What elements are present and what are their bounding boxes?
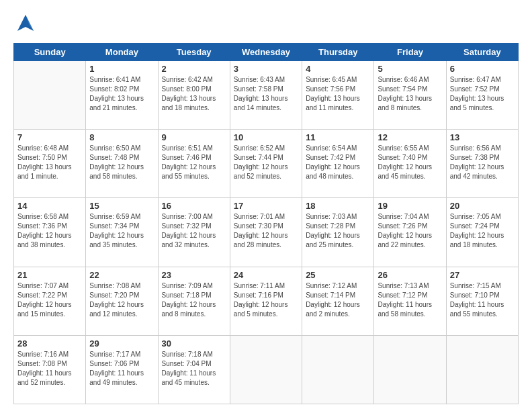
calendar-cell: 1Sunrise: 6:41 AM Sunset: 8:02 PM Daylig…	[86, 61, 158, 130]
calendar-cell: 30Sunrise: 7:18 AM Sunset: 7:04 PM Dayli…	[158, 335, 230, 404]
week-row-3: 21Sunrise: 7:07 AM Sunset: 7:22 PM Dayli…	[14, 267, 519, 335]
calendar-cell: 8Sunrise: 6:50 AM Sunset: 7:48 PM Daylig…	[86, 130, 158, 198]
day-number: 12	[378, 132, 442, 142]
calendar-cell: 21Sunrise: 7:07 AM Sunset: 7:22 PM Dayli…	[14, 267, 86, 335]
day-info: Sunrise: 7:12 AM Sunset: 7:14 PM Dayligh…	[306, 281, 370, 319]
weekday-header-saturday: Saturday	[446, 44, 518, 61]
day-number: 13	[450, 132, 515, 142]
day-number: 20	[450, 201, 515, 211]
day-number: 23	[162, 270, 226, 280]
week-row-4: 28Sunrise: 7:16 AM Sunset: 7:08 PM Dayli…	[14, 335, 519, 404]
day-info: Sunrise: 6:58 AM Sunset: 7:36 PM Dayligh…	[17, 212, 82, 250]
calendar-cell	[446, 335, 518, 404]
day-info: Sunrise: 6:48 AM Sunset: 7:50 PM Dayligh…	[17, 144, 82, 181]
day-number: 22	[89, 270, 154, 280]
calendar-cell: 5Sunrise: 6:46 AM Sunset: 7:54 PM Daylig…	[374, 61, 446, 130]
day-number: 16	[162, 201, 226, 211]
day-info: Sunrise: 7:01 AM Sunset: 7:30 PM Dayligh…	[234, 212, 298, 250]
day-number: 14	[17, 201, 82, 211]
calendar-table: SundayMondayTuesdayWednesdayThursdayFrid…	[13, 43, 519, 404]
day-info: Sunrise: 7:11 AM Sunset: 7:16 PM Dayligh…	[234, 281, 298, 319]
day-number: 18	[306, 201, 370, 211]
day-info: Sunrise: 6:59 AM Sunset: 7:34 PM Dayligh…	[89, 212, 154, 250]
calendar-cell: 10Sunrise: 6:52 AM Sunset: 7:44 PM Dayli…	[230, 130, 302, 198]
calendar-cell: 11Sunrise: 6:54 AM Sunset: 7:42 PM Dayli…	[302, 130, 374, 198]
calendar-cell: 6Sunrise: 6:47 AM Sunset: 7:52 PM Daylig…	[446, 61, 518, 130]
calendar-cell: 9Sunrise: 6:51 AM Sunset: 7:46 PM Daylig…	[158, 130, 230, 198]
calendar-cell: 19Sunrise: 7:04 AM Sunset: 7:26 PM Dayli…	[374, 198, 446, 267]
day-info: Sunrise: 6:55 AM Sunset: 7:40 PM Dayligh…	[378, 144, 442, 181]
day-info: Sunrise: 6:46 AM Sunset: 7:54 PM Dayligh…	[378, 75, 442, 113]
day-number: 6	[450, 64, 515, 74]
day-info: Sunrise: 7:17 AM Sunset: 7:06 PM Dayligh…	[89, 350, 154, 387]
day-number: 11	[306, 132, 370, 142]
calendar-cell: 13Sunrise: 6:56 AM Sunset: 7:38 PM Dayli…	[446, 130, 518, 198]
day-info: Sunrise: 6:45 AM Sunset: 7:56 PM Dayligh…	[306, 75, 370, 113]
day-number: 24	[234, 270, 298, 280]
calendar-cell: 2Sunrise: 6:42 AM Sunset: 8:00 PM Daylig…	[158, 61, 230, 130]
weekday-header-wednesday: Wednesday	[230, 44, 302, 61]
day-number: 27	[450, 270, 515, 280]
day-info: Sunrise: 7:13 AM Sunset: 7:12 PM Dayligh…	[378, 281, 442, 319]
day-number: 26	[378, 270, 442, 280]
weekday-header-friday: Friday	[374, 44, 446, 61]
day-number: 1	[89, 64, 154, 74]
calendar-cell: 4Sunrise: 6:45 AM Sunset: 7:56 PM Daylig…	[302, 61, 374, 130]
calendar-cell: 7Sunrise: 6:48 AM Sunset: 7:50 PM Daylig…	[14, 130, 86, 198]
header	[13, 12, 519, 36]
calendar-cell: 12Sunrise: 6:55 AM Sunset: 7:40 PM Dayli…	[374, 130, 446, 198]
calendar-cell: 22Sunrise: 7:08 AM Sunset: 7:20 PM Dayli…	[86, 267, 158, 335]
calendar-cell: 27Sunrise: 7:15 AM Sunset: 7:10 PM Dayli…	[446, 267, 518, 335]
week-row-2: 14Sunrise: 6:58 AM Sunset: 7:36 PM Dayli…	[14, 198, 519, 267]
calendar-cell: 20Sunrise: 7:05 AM Sunset: 7:24 PM Dayli…	[446, 198, 518, 267]
day-number: 30	[162, 338, 226, 349]
day-number: 5	[378, 64, 442, 74]
svg-marker-0	[17, 15, 34, 31]
day-number: 2	[162, 64, 226, 74]
day-info: Sunrise: 7:16 AM Sunset: 7:08 PM Dayligh…	[17, 350, 82, 387]
day-number: 10	[234, 132, 298, 142]
day-info: Sunrise: 6:42 AM Sunset: 8:00 PM Dayligh…	[162, 75, 226, 113]
day-number: 8	[89, 132, 154, 142]
day-info: Sunrise: 7:00 AM Sunset: 7:32 PM Dayligh…	[162, 212, 226, 250]
day-info: Sunrise: 7:09 AM Sunset: 7:18 PM Dayligh…	[162, 281, 226, 319]
logo-bird-icon	[13, 12, 38, 36]
day-info: Sunrise: 7:18 AM Sunset: 7:04 PM Dayligh…	[162, 350, 226, 387]
calendar-cell: 26Sunrise: 7:13 AM Sunset: 7:12 PM Dayli…	[374, 267, 446, 335]
calendar-cell	[302, 335, 374, 404]
day-number: 7	[17, 132, 82, 142]
calendar-cell: 15Sunrise: 6:59 AM Sunset: 7:34 PM Dayli…	[86, 198, 158, 267]
calendar-cell: 18Sunrise: 7:03 AM Sunset: 7:28 PM Dayli…	[302, 198, 374, 267]
day-info: Sunrise: 7:03 AM Sunset: 7:28 PM Dayligh…	[306, 212, 370, 250]
day-number: 25	[306, 270, 370, 280]
day-info: Sunrise: 6:41 AM Sunset: 8:02 PM Dayligh…	[89, 75, 154, 113]
calendar-cell: 23Sunrise: 7:09 AM Sunset: 7:18 PM Dayli…	[158, 267, 230, 335]
day-number: 29	[89, 338, 154, 349]
weekday-header-row: SundayMondayTuesdayWednesdayThursdayFrid…	[14, 44, 519, 61]
calendar-cell	[14, 61, 86, 130]
day-info: Sunrise: 7:05 AM Sunset: 7:24 PM Dayligh…	[450, 212, 515, 250]
calendar-cell: 28Sunrise: 7:16 AM Sunset: 7:08 PM Dayli…	[14, 335, 86, 404]
day-number: 4	[306, 64, 370, 74]
weekday-header-monday: Monday	[86, 44, 158, 61]
calendar-cell: 16Sunrise: 7:00 AM Sunset: 7:32 PM Dayli…	[158, 198, 230, 267]
day-info: Sunrise: 6:56 AM Sunset: 7:38 PM Dayligh…	[450, 144, 515, 181]
day-info: Sunrise: 6:51 AM Sunset: 7:46 PM Dayligh…	[162, 144, 226, 181]
day-info: Sunrise: 7:07 AM Sunset: 7:22 PM Dayligh…	[17, 281, 82, 319]
day-number: 15	[89, 201, 154, 211]
day-number: 3	[234, 64, 298, 74]
calendar-cell: 3Sunrise: 6:43 AM Sunset: 7:58 PM Daylig…	[230, 61, 302, 130]
week-row-1: 7Sunrise: 6:48 AM Sunset: 7:50 PM Daylig…	[14, 130, 519, 198]
calendar-cell	[230, 335, 302, 404]
day-info: Sunrise: 7:04 AM Sunset: 7:26 PM Dayligh…	[378, 212, 442, 250]
calendar-cell: 24Sunrise: 7:11 AM Sunset: 7:16 PM Dayli…	[230, 267, 302, 335]
day-info: Sunrise: 7:08 AM Sunset: 7:20 PM Dayligh…	[89, 281, 154, 319]
weekday-header-sunday: Sunday	[14, 44, 86, 61]
day-info: Sunrise: 6:50 AM Sunset: 7:48 PM Dayligh…	[89, 144, 154, 181]
weekday-header-tuesday: Tuesday	[158, 44, 230, 61]
day-number: 9	[162, 132, 226, 142]
day-number: 28	[17, 338, 82, 349]
calendar-cell: 25Sunrise: 7:12 AM Sunset: 7:14 PM Dayli…	[302, 267, 374, 335]
day-info: Sunrise: 7:15 AM Sunset: 7:10 PM Dayligh…	[450, 281, 515, 319]
day-info: Sunrise: 6:52 AM Sunset: 7:44 PM Dayligh…	[234, 144, 298, 181]
